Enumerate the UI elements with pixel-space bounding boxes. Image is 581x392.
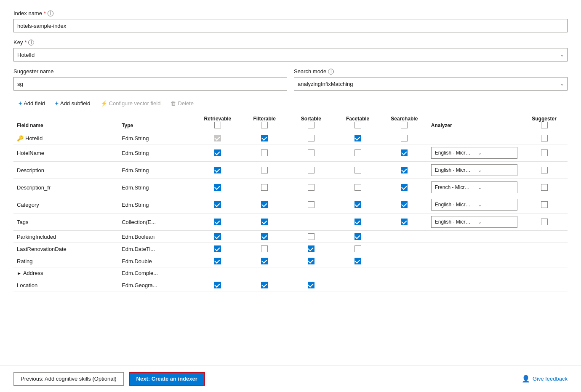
filterable-checkbox[interactable] <box>261 135 268 141</box>
delete-button[interactable]: 🗑 Delete <box>165 98 199 109</box>
search-mode-info-icon[interactable]: i <box>328 69 334 75</box>
give-feedback-button[interactable]: 👤 Give feedback <box>522 375 568 383</box>
sortable-checkbox[interactable] <box>308 135 314 141</box>
configure-vector-field-button[interactable]: ⚡ Configure vector field <box>96 98 166 109</box>
filterable-checkbox[interactable] <box>261 167 268 173</box>
suggester-cell <box>521 243 568 255</box>
retrievable-cell <box>194 267 241 279</box>
next-button[interactable]: Next: Create an indexer <box>129 372 205 386</box>
suggester-checkbox[interactable] <box>541 201 548 208</box>
retrievable-checkbox[interactable] <box>214 258 221 264</box>
retrievable-checkbox[interactable] <box>214 201 221 208</box>
sortable-checkbox[interactable] <box>308 149 314 156</box>
facetable-checkbox[interactable] <box>354 167 361 173</box>
suggester-checkbox[interactable] <box>541 135 548 141</box>
searchable-cell <box>381 243 428 255</box>
header-sortable-checkbox[interactable] <box>308 122 314 128</box>
facetable-checkbox[interactable] <box>354 245 361 252</box>
sortable-checkbox[interactable] <box>308 258 314 264</box>
facetable-checkbox[interactable] <box>354 135 361 141</box>
type-cell: Edm.Comple... <box>118 267 194 279</box>
sortable-checkbox[interactable] <box>308 201 314 208</box>
analyzer-select[interactable]: English - Micro... ⌄ <box>431 199 517 211</box>
suggester-checkbox[interactable] <box>541 167 548 173</box>
sortable-cell <box>288 279 335 291</box>
searchable-checkbox[interactable] <box>401 135 408 141</box>
analyzer-select[interactable]: English - Micro... ⌄ <box>431 216 517 228</box>
suggester-checkbox[interactable] <box>541 219 548 225</box>
filterable-checkbox[interactable] <box>261 219 268 225</box>
add-subfield-button[interactable]: + Add subfield <box>50 97 96 109</box>
retrievable-checkbox[interactable] <box>214 233 221 240</box>
searchable-checkbox[interactable] <box>401 149 408 156</box>
facetable-checkbox[interactable] <box>354 201 361 208</box>
key-select[interactable]: HotelId <box>13 48 568 61</box>
retrievable-cell <box>194 179 241 196</box>
retrievable-checkbox[interactable] <box>214 135 221 141</box>
facetable-checkbox[interactable] <box>354 233 361 240</box>
searchable-cell <box>381 231 428 243</box>
th-analyzer: Analyzer <box>428 114 521 132</box>
header-facetable-checkbox[interactable] <box>354 122 361 128</box>
suggester-checkbox[interactable] <box>541 184 548 191</box>
filterable-checkbox[interactable] <box>261 258 268 264</box>
index-name-info-icon[interactable]: i <box>48 11 53 16</box>
filterable-checkbox[interactable] <box>261 233 268 240</box>
analyzer-select[interactable]: English - Micro... ⌄ <box>431 164 517 176</box>
previous-button[interactable]: Previous: Add cognitive skills (Optional… <box>13 372 124 386</box>
analyzer-select[interactable]: French - Micros... ⌄ <box>431 181 517 193</box>
retrievable-checkbox[interactable] <box>214 282 221 288</box>
sortable-checkbox[interactable] <box>308 184 314 191</box>
retrievable-checkbox[interactable] <box>214 219 221 225</box>
filterable-checkbox[interactable] <box>261 149 268 156</box>
retrievable-checkbox[interactable] <box>214 149 221 156</box>
header-searchable-checkbox[interactable] <box>401 122 408 128</box>
header-retrievable-checkbox[interactable] <box>214 122 221 128</box>
filterable-checkbox[interactable] <box>261 245 268 252</box>
retrievable-cell <box>194 231 241 243</box>
facetable-checkbox[interactable] <box>354 149 361 156</box>
retrievable-checkbox[interactable] <box>214 167 221 173</box>
suggester-checkbox[interactable] <box>541 149 548 156</box>
analyzer-cell <box>428 132 521 144</box>
sortable-checkbox[interactable] <box>308 282 314 288</box>
facetable-checkbox[interactable] <box>354 258 361 264</box>
facetable-checkbox[interactable] <box>354 184 361 191</box>
searchable-checkbox[interactable] <box>401 201 408 208</box>
searchable-checkbox[interactable] <box>401 219 408 225</box>
header-suggester-checkbox[interactable] <box>541 122 548 128</box>
th-searchable: Searchable <box>381 114 428 132</box>
add-field-button[interactable]: + Add field <box>13 97 50 109</box>
suggester-name-input[interactable] <box>13 77 287 91</box>
filterable-cell <box>241 231 288 243</box>
searchable-checkbox[interactable] <box>401 184 408 191</box>
key-info-icon[interactable]: i <box>28 40 34 45</box>
retrievable-checkbox[interactable] <box>214 184 221 191</box>
sortable-checkbox[interactable] <box>308 245 314 252</box>
search-mode-select[interactable]: analyzingInfixMatching <box>294 77 568 91</box>
sortable-checkbox[interactable] <box>308 167 314 173</box>
field-name-cell: Description <box>13 162 118 179</box>
facetable-checkbox[interactable] <box>354 219 361 225</box>
filterable-checkbox[interactable] <box>261 201 268 208</box>
sortable-checkbox[interactable] <box>308 233 314 240</box>
filterable-cell <box>241 279 288 291</box>
searchable-cell <box>381 267 428 279</box>
analyzer-chevron-icon: ⌄ <box>476 165 517 176</box>
sortable-cell <box>288 231 335 243</box>
filterable-checkbox[interactable] <box>261 282 268 288</box>
index-name-input[interactable] <box>13 19 568 32</box>
th-facetable: Facetable <box>334 114 381 132</box>
analyzer-select[interactable]: English - Micro... ⌄ <box>431 147 517 159</box>
searchable-checkbox[interactable] <box>401 167 408 173</box>
filterable-checkbox[interactable] <box>261 184 268 191</box>
table-row: ParkingIncludedEdm.Boolean <box>13 231 568 243</box>
filterable-cell <box>241 255 288 267</box>
th-suggester: Suggester <box>521 114 568 132</box>
expand-icon[interactable]: ► <box>17 271 21 276</box>
filterable-cell <box>241 213 288 231</box>
facetable-cell <box>334 255 381 267</box>
header-filterable-checkbox[interactable] <box>261 122 268 128</box>
table-row: RatingEdm.Double <box>13 255 568 267</box>
retrievable-checkbox[interactable] <box>214 245 221 252</box>
